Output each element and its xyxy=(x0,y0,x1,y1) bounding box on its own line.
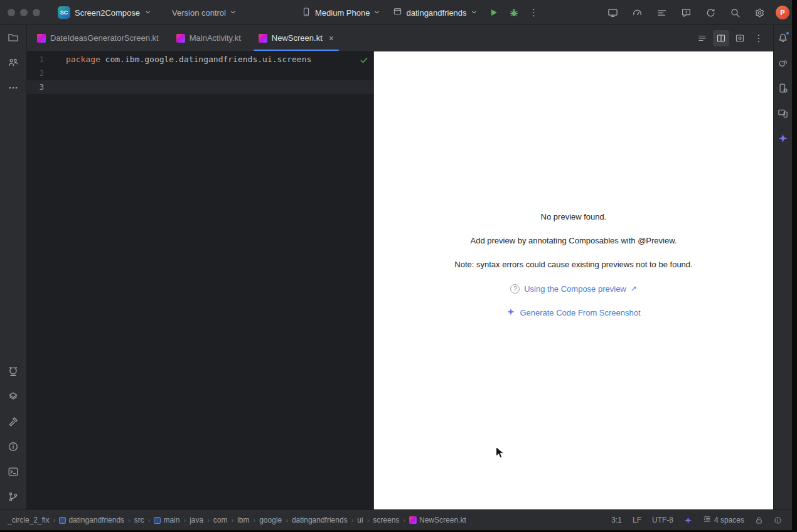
preview-empty-state: No preview found. Add preview by annotat… xyxy=(454,51,692,330)
help-icon[interactable]: ? xyxy=(510,284,520,294)
titlebar-right-actions: P xyxy=(604,4,789,21)
problems-icon[interactable] xyxy=(3,437,23,457)
gradle-sync-icon[interactable] xyxy=(702,4,719,21)
line-number[interactable]: 1 xyxy=(27,53,63,66)
left-tool-stripe xyxy=(0,25,27,509)
zoom-window-button[interactable] xyxy=(33,9,40,16)
version-control-menu[interactable]: Version control xyxy=(168,4,240,21)
right-tool-stripe xyxy=(773,25,792,509)
breadcrumb-item[interactable]: _circle_2_fix xyxy=(8,516,50,524)
user-avatar[interactable]: P xyxy=(776,6,789,19)
settings-gear-icon[interactable] xyxy=(751,4,768,21)
module-icon xyxy=(154,517,161,524)
compose-preview-panel: No preview found. Add preview by annotat… xyxy=(373,51,773,509)
breadcrumb-item[interactable]: main xyxy=(154,516,179,524)
line-number[interactable]: 2 xyxy=(27,66,63,80)
module-icon xyxy=(59,517,66,524)
editor-options-icon[interactable]: ⋮ xyxy=(751,30,767,46)
running-devices-icon[interactable] xyxy=(604,4,621,21)
breadcrumb-item[interactable]: google xyxy=(259,516,282,524)
design-view-icon[interactable] xyxy=(732,30,748,46)
search-icon[interactable] xyxy=(727,4,743,21)
compose-preview-docs-link[interactable]: Using the Compose preview xyxy=(524,284,626,294)
chevron-right-icon: › xyxy=(351,516,354,524)
minimize-window-button[interactable] xyxy=(20,9,28,16)
more-actions-button[interactable]: ⋮ xyxy=(525,4,543,21)
project-name: Screen2Compose xyxy=(75,8,140,18)
debug-button[interactable] xyxy=(505,4,523,21)
app-quality-insights-icon[interactable] xyxy=(678,4,694,21)
build-icon[interactable] xyxy=(3,412,23,432)
tab-mainactivity[interactable]: MainActivity.kt xyxy=(168,25,250,51)
run-configuration-selector[interactable]: datingandfriends xyxy=(388,4,482,21)
chevron-right-icon: › xyxy=(183,516,186,524)
project-selector[interactable]: SC Screen2Compose xyxy=(54,4,155,21)
chevron-down-icon xyxy=(144,7,151,18)
android-studio-window: SC Screen2Compose Version control Medium… xyxy=(0,0,797,532)
people-icon[interactable] xyxy=(3,53,23,73)
ai-sparkle-icon[interactable] xyxy=(684,516,692,524)
breadcrumb-item[interactable]: datingandfriends xyxy=(59,516,124,524)
close-tab-icon[interactable]: × xyxy=(329,34,334,43)
generate-code-from-screenshot-link[interactable]: Generate Code From Screenshot xyxy=(520,308,640,317)
inspections-ok-icon[interactable] xyxy=(358,54,370,66)
line-separator-widget[interactable]: LF xyxy=(633,516,641,524)
breadcrumb-item[interactable]: com xyxy=(213,516,228,524)
close-window-button[interactable] xyxy=(8,9,15,16)
breadcrumb-label: main xyxy=(163,516,179,524)
code-area[interactable]: package com.ibm.google.datingandfriends.… xyxy=(63,53,373,94)
run-button[interactable] xyxy=(485,4,503,21)
indent-widget[interactable]: 4 spaces xyxy=(703,515,744,525)
app-inspection-icon[interactable] xyxy=(3,386,23,407)
info-icon[interactable] xyxy=(774,516,782,524)
list-icon[interactable] xyxy=(653,4,670,21)
device-explorer-icon[interactable] xyxy=(774,104,792,122)
run-configuration-icon xyxy=(393,7,402,18)
breadcrumb-item[interactable]: datingandfriends xyxy=(292,516,348,524)
titlebar: SC Screen2Compose Version control Medium… xyxy=(0,0,792,25)
profiler-icon[interactable] xyxy=(629,4,645,21)
caret-position-widget[interactable]: 3:1 xyxy=(611,516,622,524)
version-control-label: Version control xyxy=(172,8,226,18)
breadcrumb-item[interactable]: NewScreen.kt xyxy=(409,516,466,524)
breadcrumb-item[interactable]: java xyxy=(190,516,203,524)
gradle-icon[interactable] xyxy=(774,54,792,72)
breadcrumb-item[interactable]: screens xyxy=(373,516,399,524)
breadcrumb-item[interactable]: ui xyxy=(357,516,363,524)
add-preview-hint: Add preview by annotating Composables wi… xyxy=(471,235,677,247)
tab-dateideasgeneratorscreen[interactable]: DateIdeasGeneratorScreen.kt xyxy=(28,25,168,51)
terminal-icon[interactable] xyxy=(3,462,23,482)
split-view-icon[interactable] xyxy=(713,30,729,46)
code-line: package com.ibm.google.datingandfriends.… xyxy=(63,53,373,66)
breadcrumb-item[interactable]: ibm xyxy=(237,516,249,524)
device-selector[interactable]: Medium Phone xyxy=(296,4,385,21)
no-preview-message: No preview found. xyxy=(541,211,607,223)
encoding-widget[interactable]: UTF-8 xyxy=(652,516,673,524)
code-view-icon[interactable] xyxy=(694,30,710,46)
chevron-right-icon: › xyxy=(128,516,131,524)
breadcrumb-label: datingandfriends xyxy=(68,516,124,524)
status-widgets: 3:1 LF UTF-8 4 spaces xyxy=(611,515,784,525)
logcat-icon[interactable] xyxy=(3,361,23,381)
notifications-bell-icon[interactable] xyxy=(774,29,792,46)
kotlin-file-icon xyxy=(259,34,267,43)
breadcrumb-item[interactable]: src xyxy=(134,516,144,524)
more-tool-windows-icon[interactable] xyxy=(3,78,23,98)
code-line xyxy=(63,66,373,80)
version-control-branch-icon[interactable] xyxy=(3,487,23,507)
indent-label: 4 spaces xyxy=(714,516,744,524)
preview-mode-controls: ⋮ xyxy=(694,25,773,51)
project-icon: SC xyxy=(58,6,70,19)
code-editor[interactable]: 1 2 3 package com.ibm.google.datingandfr… xyxy=(27,51,373,509)
window-controls xyxy=(8,9,40,16)
line-number[interactable]: 3 xyxy=(27,80,63,94)
device-selector-label: Medium Phone xyxy=(315,8,370,18)
project-folder-icon[interactable] xyxy=(3,28,23,48)
gemini-icon[interactable] xyxy=(774,129,792,147)
editor-gutter[interactable]: 1 2 3 xyxy=(27,53,63,94)
kotlin-file-icon xyxy=(409,516,417,524)
device-manager-icon[interactable] xyxy=(774,79,792,97)
tab-newscreen[interactable]: NewScreen.kt × xyxy=(250,25,343,51)
kotlin-file-icon xyxy=(176,34,185,43)
lock-icon[interactable] xyxy=(755,516,763,524)
